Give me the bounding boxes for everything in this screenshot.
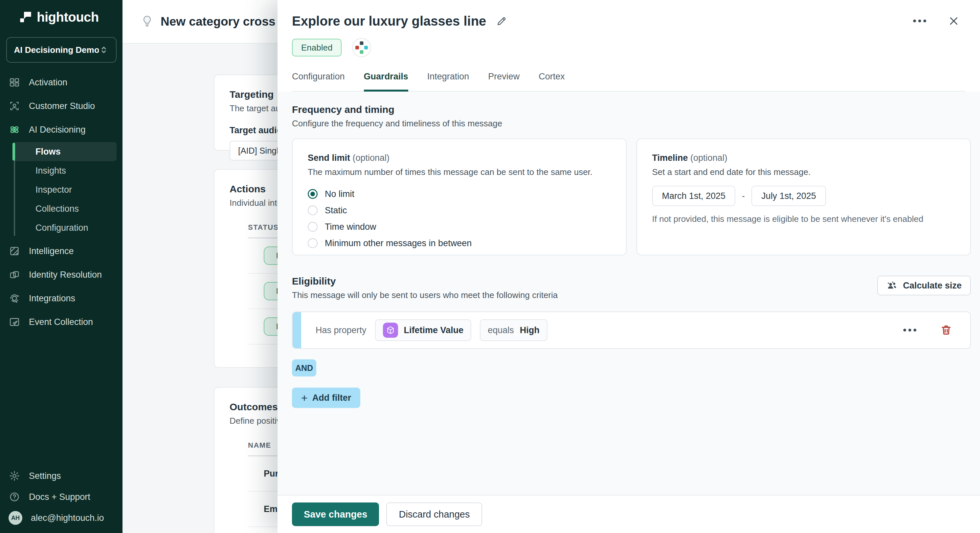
timeline-helper-text: If not provided, this message is eligibl… xyxy=(652,214,955,224)
sidebar-item-event-collection[interactable]: Event Collection xyxy=(0,310,123,334)
end-date-input[interactable]: July 1st, 2025 xyxy=(751,186,826,206)
timeline-title: Timeline xyxy=(652,153,688,163)
property-name: Lifetime Value xyxy=(404,325,464,335)
sidebar-item-activation[interactable]: Activation xyxy=(0,71,123,94)
radio-input[interactable] xyxy=(308,205,318,215)
sidebar-item-account[interactable]: AH alec@hightouch.io xyxy=(0,508,123,528)
more-options-button[interactable]: ••• xyxy=(911,14,930,28)
subnav-label: Collections xyxy=(35,204,79,214)
destination-avatar-icon xyxy=(352,38,371,57)
timeline-card: Timeline (optional) Set a start and end … xyxy=(636,138,971,255)
customer-studio-icon xyxy=(8,100,21,112)
sidebar-item-flows[interactable]: Flows xyxy=(13,142,116,161)
radio-time-window[interactable]: Time window xyxy=(308,219,611,235)
nav-label: Intelligence xyxy=(29,246,74,256)
add-filter-label: Add filter xyxy=(312,393,352,403)
workspace-name: AI Decisioning Demo – e... xyxy=(14,45,99,55)
radio-input[interactable] xyxy=(308,189,318,199)
integrations-icon xyxy=(8,292,21,304)
pencil-icon xyxy=(496,16,507,27)
sidebar-item-intelligence[interactable]: Intelligence xyxy=(0,239,123,263)
calculate-size-button[interactable]: Calculate size xyxy=(877,276,971,295)
user-email: alec@hightouch.io xyxy=(31,513,104,523)
close-icon xyxy=(948,15,959,27)
nav-label: Docs + Support xyxy=(29,492,90,502)
close-drawer-button[interactable] xyxy=(946,13,962,29)
sidebar-item-collections[interactable]: Collections xyxy=(13,199,116,218)
hightouch-logo-icon xyxy=(19,10,32,25)
ellipsis-icon: ••• xyxy=(903,325,918,335)
delete-filter-button[interactable] xyxy=(938,322,955,338)
tab-configuration[interactable]: Configuration xyxy=(292,71,345,92)
sidebar-item-integrations[interactable]: Integrations xyxy=(0,287,123,310)
tab-cortex[interactable]: Cortex xyxy=(539,71,565,92)
filter-more-options-button[interactable]: ••• xyxy=(901,323,920,337)
tab-guardrails[interactable]: Guardrails xyxy=(364,71,408,92)
radio-minimum-other-messages[interactable]: Minimum other messages in between xyxy=(308,235,611,251)
sidebar-item-insights[interactable]: Insights xyxy=(13,161,116,180)
nav-label: Activation xyxy=(29,78,67,88)
sidebar-item-settings[interactable]: Settings xyxy=(0,465,123,486)
sidebar-bottom: Settings Docs + Support AH alec@hightouc… xyxy=(0,465,123,533)
operator-value-chip[interactable]: equals High xyxy=(480,319,547,341)
send-limit-options: No limit Static Time window Minimum othe… xyxy=(308,186,611,251)
radio-label: Time window xyxy=(325,222,376,232)
tab-preview[interactable]: Preview xyxy=(488,71,520,92)
subnav-label: Configuration xyxy=(35,223,88,233)
drawer-title: Explore our luxury glasses line xyxy=(292,14,486,29)
sidebar-item-inspector[interactable]: Inspector xyxy=(13,180,116,199)
status-badge: Enabled xyxy=(292,39,342,56)
ellipsis-icon: ••• xyxy=(913,16,928,26)
workspace-switcher[interactable]: AI Decisioning Demo – e... xyxy=(6,37,116,63)
eligibility-section-subtitle: This message will only be sent to users … xyxy=(292,290,558,300)
people-icon xyxy=(886,280,897,291)
nav-label: Integrations xyxy=(29,293,75,304)
property-chip[interactable]: Lifetime Value xyxy=(375,319,472,341)
trash-icon xyxy=(940,324,952,336)
property-cube-icon xyxy=(383,323,398,338)
event-collection-icon xyxy=(8,316,21,328)
ai-decisioning-subnav: Flows Insights Inspector Collections Con… xyxy=(0,141,123,239)
message-drawer: Explore our luxury glasses line ••• Enab… xyxy=(277,0,980,533)
radio-no-limit[interactable]: No limit xyxy=(308,186,611,202)
sidebar-nav: Activation Customer Studio AI Decisionin… xyxy=(0,71,123,334)
start-date-input[interactable]: March 1st, 2025 xyxy=(652,186,736,206)
operator-label: equals xyxy=(488,325,514,335)
eligibility-filter-row: Has property Lifetime Value equals High … xyxy=(292,311,971,349)
value-label: High xyxy=(520,325,539,335)
nav-label: Event Collection xyxy=(29,317,93,327)
plus-icon: + xyxy=(301,392,308,403)
user-avatar: AH xyxy=(8,511,22,525)
radio-label: Static xyxy=(325,205,347,216)
and-conjunction-badge: AND xyxy=(292,359,316,376)
frequency-section-title: Frequency and timing xyxy=(292,104,971,115)
sidebar-item-docs-support[interactable]: Docs + Support xyxy=(0,486,123,508)
ai-decisioning-icon xyxy=(8,124,21,136)
tab-integration[interactable]: Integration xyxy=(427,71,469,92)
nav-label: Identity Resolution xyxy=(29,270,102,280)
optional-label: (optional) xyxy=(353,153,390,163)
subnav-label: Insights xyxy=(35,166,66,176)
hightouch-logo[interactable]: hightouch xyxy=(0,0,123,25)
logo-text: hightouch xyxy=(37,10,99,25)
sidebar-item-configuration[interactable]: Configuration xyxy=(13,218,116,237)
drawer-tabs: Configuration Guardrails Integration Pre… xyxy=(292,71,966,92)
edit-title-button[interactable] xyxy=(494,13,509,29)
send-limit-card: Send limit (optional) The maximum number… xyxy=(292,138,627,255)
radio-input[interactable] xyxy=(308,222,318,232)
save-changes-button[interactable]: Save changes xyxy=(292,503,379,526)
intelligence-icon xyxy=(8,245,21,257)
drawer-header: Explore our luxury glasses line ••• Enab… xyxy=(277,0,980,92)
radio-label: No limit xyxy=(325,189,354,199)
radio-static[interactable]: Static xyxy=(308,202,611,219)
discard-changes-button[interactable]: Discard changes xyxy=(386,503,482,526)
date-separator: - xyxy=(742,191,745,201)
sidebar-item-identity-resolution[interactable]: Identity Resolution xyxy=(0,263,123,287)
guardrails-panel: Frequency and timing Configure the frequ… xyxy=(277,92,980,495)
sidebar-item-ai-decisioning[interactable]: AI Decisioning xyxy=(0,118,123,141)
add-filter-button[interactable]: + Add filter xyxy=(292,388,360,408)
identity-resolution-icon xyxy=(8,269,21,281)
nav-label: Settings xyxy=(29,471,61,481)
sidebar-item-customer-studio[interactable]: Customer Studio xyxy=(0,94,123,118)
radio-input[interactable] xyxy=(308,238,318,248)
